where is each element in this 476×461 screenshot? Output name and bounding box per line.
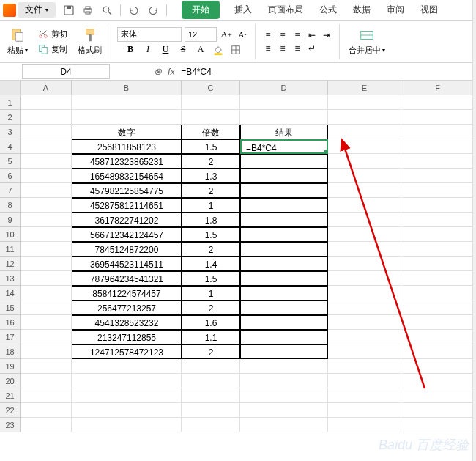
merge-center-button[interactable]: 合并居中▾ bbox=[346, 26, 388, 57]
cell-E1[interactable] bbox=[328, 95, 401, 110]
cell-F12[interactable] bbox=[401, 257, 475, 271]
cell-E14[interactable] bbox=[328, 286, 401, 300]
cell-B13[interactable]: 787964234541321 bbox=[72, 271, 182, 286]
cell-F20[interactable] bbox=[401, 374, 475, 388]
row-header[interactable]: 7 bbox=[0, 183, 21, 198]
cell-F15[interactable] bbox=[401, 300, 475, 315]
cell-B11[interactable]: 7845124872200 bbox=[72, 242, 182, 257]
cell-A16[interactable] bbox=[21, 315, 72, 330]
tab-insert[interactable]: 插入 bbox=[233, 1, 253, 19]
cell-D3[interactable]: 结果 bbox=[240, 125, 328, 139]
file-menu[interactable]: 文件 ▾ bbox=[18, 2, 56, 18]
cell-E11[interactable] bbox=[328, 242, 401, 257]
cell-F2[interactable] bbox=[401, 110, 475, 125]
fx-icon[interactable]: fx bbox=[168, 66, 175, 77]
font-size-select[interactable] bbox=[185, 27, 217, 42]
cell-B10[interactable]: 566712342124457 bbox=[72, 227, 182, 242]
cell-A22[interactable] bbox=[21, 403, 72, 418]
cell-F7[interactable] bbox=[401, 183, 475, 198]
cell-C16[interactable]: 1.6 bbox=[182, 315, 240, 330]
cell-E7[interactable] bbox=[328, 183, 401, 198]
cell-E2[interactable] bbox=[328, 110, 401, 125]
cell-E21[interactable] bbox=[328, 388, 401, 403]
cell-A9[interactable] bbox=[21, 213, 72, 227]
cell-E8[interactable] bbox=[328, 198, 401, 213]
cell-C8[interactable]: 1 bbox=[182, 198, 240, 213]
row-header[interactable]: 6 bbox=[0, 169, 21, 183]
cell-A4[interactable] bbox=[21, 139, 72, 154]
row-header[interactable]: 23 bbox=[0, 418, 21, 432]
cell-F16[interactable] bbox=[401, 315, 475, 330]
cell-F19[interactable] bbox=[401, 359, 475, 374]
cell-B2[interactable] bbox=[72, 110, 182, 125]
row-header[interactable]: 22 bbox=[0, 403, 21, 418]
cell-F6[interactable] bbox=[401, 169, 475, 183]
print-icon[interactable] bbox=[82, 4, 94, 16]
cell-F10[interactable] bbox=[401, 227, 475, 242]
cell-F18[interactable] bbox=[401, 344, 475, 359]
cell-D17[interactable] bbox=[240, 330, 328, 344]
row-header[interactable]: 17 bbox=[0, 330, 21, 344]
cell-C14[interactable]: 1 bbox=[182, 286, 240, 300]
italic-button[interactable]: I bbox=[141, 43, 155, 56]
cell-D5[interactable] bbox=[240, 154, 328, 169]
cell-A8[interactable] bbox=[21, 198, 72, 213]
cell-E23[interactable] bbox=[328, 418, 401, 432]
font-color-button[interactable]: A bbox=[194, 43, 207, 56]
cell-A19[interactable] bbox=[21, 359, 72, 374]
print-preview-icon[interactable] bbox=[101, 4, 113, 16]
cell-D19[interactable] bbox=[240, 359, 328, 374]
cell-B16[interactable]: 4541328523232 bbox=[72, 315, 182, 330]
cell-C13[interactable]: 1.5 bbox=[182, 271, 240, 286]
cell-C21[interactable] bbox=[182, 388, 240, 403]
save-icon[interactable] bbox=[63, 4, 75, 16]
cell-A12[interactable] bbox=[21, 257, 72, 271]
tab-view[interactable]: 视图 bbox=[419, 1, 439, 19]
cell-E20[interactable] bbox=[328, 374, 401, 388]
cell-D4[interactable]: =B4*C4 bbox=[240, 139, 328, 154]
cell-A17[interactable] bbox=[21, 330, 72, 344]
name-box[interactable] bbox=[22, 64, 110, 79]
cell-D1[interactable] bbox=[240, 95, 328, 110]
cell-C19[interactable] bbox=[182, 359, 240, 374]
tab-data[interactable]: 数据 bbox=[352, 1, 372, 19]
cell-F21[interactable] bbox=[401, 388, 475, 403]
cell-B4[interactable]: 256811858123 bbox=[72, 139, 182, 154]
cell-A23[interactable] bbox=[21, 418, 72, 432]
cell-E16[interactable] bbox=[328, 315, 401, 330]
column-header[interactable]: C bbox=[182, 81, 240, 95]
cell-D15[interactable] bbox=[240, 300, 328, 315]
cancel-icon[interactable]: ⊗ bbox=[154, 66, 162, 77]
column-header[interactable]: D bbox=[240, 81, 328, 95]
cell-C2[interactable] bbox=[182, 110, 240, 125]
cell-E9[interactable] bbox=[328, 213, 401, 227]
cell-F17[interactable] bbox=[401, 330, 475, 344]
row-header[interactable]: 18 bbox=[0, 344, 21, 359]
cell-E4[interactable] bbox=[328, 139, 401, 154]
cell-B8[interactable]: 452875812114651 bbox=[72, 198, 182, 213]
cell-B19[interactable] bbox=[72, 359, 182, 374]
cell-D7[interactable] bbox=[240, 183, 328, 198]
copy-button[interactable]: 复制 bbox=[35, 43, 70, 56]
undo-icon[interactable] bbox=[128, 4, 140, 16]
cell-E13[interactable] bbox=[328, 271, 401, 286]
align-bottom-icon[interactable]: ≡ bbox=[291, 29, 304, 41]
tab-formulas[interactable]: 公式 bbox=[318, 1, 338, 19]
cell-A5[interactable] bbox=[21, 154, 72, 169]
cell-A21[interactable] bbox=[21, 388, 72, 403]
row-header[interactable]: 1 bbox=[0, 95, 21, 110]
cell-F14[interactable] bbox=[401, 286, 475, 300]
cell-C15[interactable]: 2 bbox=[182, 300, 240, 315]
column-header[interactable]: F bbox=[401, 81, 475, 95]
cell-B17[interactable]: 213247112855 bbox=[72, 330, 182, 344]
row-header[interactable]: 14 bbox=[0, 286, 21, 300]
underline-button[interactable]: U bbox=[159, 43, 172, 56]
format-painter-button[interactable]: 格式刷 bbox=[75, 26, 105, 57]
align-top-icon[interactable]: ≡ bbox=[261, 29, 275, 41]
cell-E3[interactable] bbox=[328, 125, 401, 139]
cell-E12[interactable] bbox=[328, 257, 401, 271]
cell-F22[interactable] bbox=[401, 403, 475, 418]
cell-B15[interactable]: 256477213257 bbox=[72, 300, 182, 315]
decrease-font-icon[interactable]: A- bbox=[236, 28, 249, 41]
cell-D9[interactable] bbox=[240, 213, 328, 227]
